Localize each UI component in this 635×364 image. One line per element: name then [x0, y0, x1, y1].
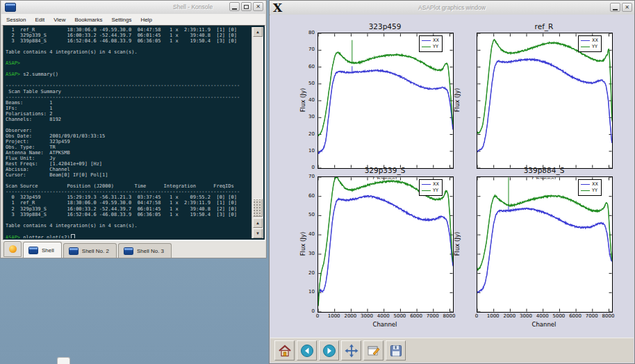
legend-line-sample	[581, 190, 590, 191]
legend: XXYY	[578, 35, 602, 52]
terminal-line: 3 339p884_S 16:52:04.6 -46.08.33.9 06:36…	[6, 38, 253, 44]
minimize-button[interactable]	[229, 2, 240, 11]
terminal-line: ----------------------------------------…	[6, 189, 253, 195]
terminal-line: ASAP> plotter.plot(s2)	[6, 234, 253, 238]
minimize-icon	[232, 8, 237, 10]
curve-yy	[318, 178, 453, 307]
curve-yy	[477, 195, 612, 270]
taskbar-fragment	[57, 357, 70, 364]
new-session-button[interactable]	[3, 241, 22, 257]
forward-icon	[322, 344, 336, 358]
terminal-line	[6, 77, 253, 83]
terminal-line: Observer:	[6, 128, 253, 133]
legend-entry: YY	[422, 188, 439, 194]
scroll-up-icon-bottom[interactable]: ▲	[253, 218, 263, 228]
save-button[interactable]	[386, 340, 406, 361]
curve-xx	[477, 208, 612, 292]
scroll-down-icon[interactable]: ▼	[253, 229, 263, 238]
y-tick-label: 60	[298, 64, 315, 69]
legend-entry: YY	[581, 44, 598, 50]
minimize-icon	[613, 9, 618, 10]
menu-item-edit[interactable]: Edit	[35, 17, 44, 23]
curve-yy	[477, 195, 612, 270]
scroll-up-icon[interactable]: ▲	[253, 27, 263, 37]
legend-line-sample	[422, 40, 431, 41]
legend-label: XX	[592, 182, 598, 187]
terminal-line: Scan Source Position (J2000) Time Integr…	[6, 183, 253, 189]
konsole-titlebar[interactable]: Shell - Konsole ✕	[1, 1, 265, 15]
asaplot-title: ASAPlot graphics window	[270, 4, 634, 11]
legend-line-sample	[581, 40, 590, 41]
curve-yy	[318, 178, 453, 306]
terminal-line: Channels: 8192	[6, 117, 253, 122]
legend-line-sample	[422, 190, 431, 191]
home-button[interactable]	[274, 340, 295, 361]
terminal-line: Abcissa: Channel	[6, 167, 253, 172]
menu-item-settings[interactable]: Settings	[111, 17, 131, 23]
y-tick-label: 60	[298, 193, 315, 199]
terminal-output[interactable]: 1 ref_R 18:30:06.0 -49.59.30.0 04:47:58 …	[6, 27, 253, 238]
legend-label: YY	[592, 188, 597, 193]
subplot-title: 323p459	[318, 22, 452, 31]
menu-item-session[interactable]: Session	[6, 17, 26, 23]
plot-axes[interactable]	[318, 176, 454, 313]
x-tick-label: 8000	[437, 313, 461, 319]
tab-shell-no-2[interactable]: Shell No. 2	[63, 243, 117, 258]
terminal-viewport[interactable]: 1 ref_R 18:30:06.0 -49.59.30.0 04:47:58 …	[3, 25, 265, 240]
terminal-line: Obs Date: 2001/09/01/03:33:15	[6, 133, 253, 139]
close-button[interactable]: ✕	[253, 2, 263, 11]
menu-item-bookmarks[interactable]: Bookmarks	[74, 17, 102, 23]
back-button[interactable]	[297, 340, 317, 361]
terminal-line: Beams: 1	[6, 100, 253, 106]
curve-yy	[318, 52, 453, 135]
save-icon	[389, 344, 403, 358]
minimize-button[interactable]	[610, 3, 620, 12]
asaplot-titlebar[interactable]: X ASAPlot graphics window ✕	[270, 1, 634, 15]
curve-xx	[477, 59, 612, 151]
forward-button[interactable]	[319, 340, 339, 361]
pan-button[interactable]	[341, 340, 361, 361]
menu-item-view[interactable]: View	[53, 17, 65, 23]
legend-label: YY	[433, 44, 438, 49]
y-axis-label: Flux (Jy)	[299, 223, 306, 265]
plot-axes[interactable]	[477, 176, 613, 313]
tab-shell[interactable]: Shell	[23, 242, 62, 258]
terminal-line: IFs: 1	[6, 106, 253, 111]
legend-label: YY	[592, 44, 597, 49]
konsole-title: Shell - Konsole	[173, 3, 213, 10]
plot-curves	[318, 33, 453, 168]
desktop: Shell - Konsole ✕ SessionEditViewBookmar…	[0, 0, 635, 364]
curve-yy	[318, 52, 453, 136]
y-tick-label: 10	[298, 148, 315, 154]
tab-label: Shell	[42, 247, 54, 254]
legend-entry: XX	[422, 181, 439, 188]
plot-axes[interactable]	[318, 33, 454, 169]
terminal-line: Polarisations: 2	[6, 111, 253, 117]
x-tick-label: 8000	[596, 313, 620, 319]
tab-shell-no-3[interactable]: Shell No. 3	[118, 243, 172, 258]
konsole-window: Shell - Konsole ✕ SessionEditViewBookmar…	[0, 0, 267, 258]
maximize-button[interactable]	[241, 2, 251, 11]
home-icon	[278, 344, 292, 358]
legend-entry: XX	[581, 181, 598, 188]
new-session-icon	[9, 245, 17, 253]
terminal-line: Rest Freqs: [1.42041e+09] [Hz]	[6, 161, 253, 167]
legend-line-sample	[422, 184, 431, 185]
plot-axes[interactable]	[477, 33, 613, 169]
konsole-app-icon	[5, 3, 16, 12]
konsole-menubar: SessionEditViewBookmarksSettingsHelp	[1, 14, 265, 26]
plot-curves	[477, 177, 612, 312]
close-button[interactable]: ✕	[622, 3, 632, 12]
terminal-scrollbar[interactable]: ▲ ▲ ▼	[251, 27, 263, 238]
scrollbar-thumb[interactable]	[253, 199, 263, 217]
menu-item-help[interactable]: Help	[140, 17, 151, 23]
subplots-button[interactable]	[363, 340, 384, 361]
legend-label: XX	[433, 38, 439, 43]
y-tick-label: 80	[298, 30, 315, 35]
x-axis-label: Channel	[477, 321, 611, 328]
y-tick-label: 20	[298, 131, 315, 137]
terminal-line: Table contains 4 integration(s) in 4 sca…	[6, 223, 253, 229]
terminal-line: ----------------------------------------…	[6, 94, 253, 100]
terminal-line: Cursor: Beam[0] IF[0] Pol[1]	[6, 172, 253, 178]
terminal-line	[6, 217, 253, 223]
